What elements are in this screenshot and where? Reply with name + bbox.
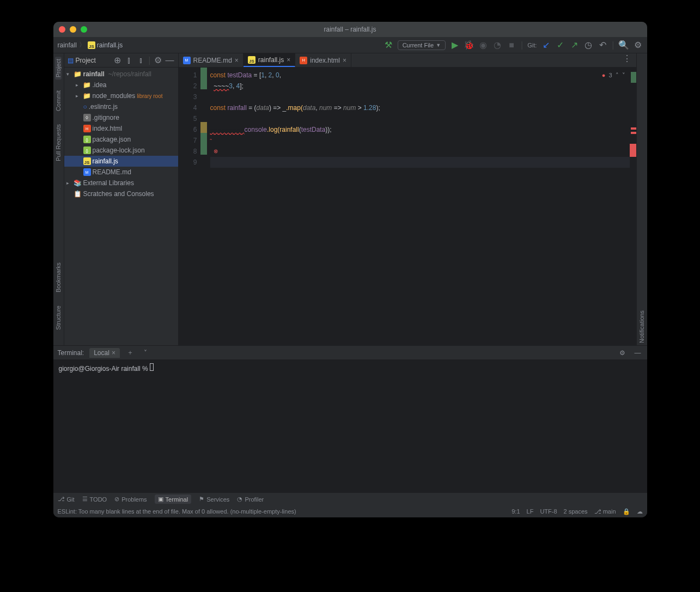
tree-package-lock[interactable]: {}package-lock.json (64, 145, 178, 156)
run-button[interactable]: ▶ (450, 40, 460, 50)
close-icon[interactable]: × (287, 56, 290, 64)
tree-ext-libs[interactable]: ▸📚External Libraries (64, 178, 178, 188)
project-sidebar: ▤ Project ⊕ ⫿ ⫾ | ⚙ — ▾📁 rainfall ~/repo… (64, 53, 179, 345)
js-file-icon: JS (248, 56, 255, 64)
tree-root[interactable]: ▾📁 rainfall ~/repos/rainfall (64, 69, 178, 80)
rail-bookmarks[interactable]: Bookmarks (55, 260, 62, 295)
maximize-window-button[interactable] (81, 26, 87, 33)
titlebar: rainfall – rainfall.js (53, 22, 647, 37)
ide-window: rainfall – rainfall.js rainfall 〉 JS rai… (53, 22, 647, 517)
tool-problems[interactable]: ⊘ Problems (114, 496, 147, 503)
terminal-cursor (150, 363, 154, 371)
inspection-widget[interactable]: ● 3 ˄ ˅ (602, 70, 625, 81)
tab-rainfall[interactable]: JSrainfall.js× (244, 53, 295, 67)
breadcrumb-project[interactable]: rainfall (58, 41, 77, 49)
tool-todo[interactable]: ☰ TODO (82, 496, 107, 503)
terminal-header: Terminal: Local× ＋ ˅ ⚙ — (53, 346, 647, 360)
project-tree[interactable]: ▾📁 rainfall ~/repos/rainfall ▸📁.idea ▸📁n… (64, 68, 178, 345)
terminal-prompt: giorgio@Giorgios-Air rainfall % (59, 365, 150, 373)
expand-all-icon[interactable]: ⫿ (124, 56, 134, 65)
profile-button[interactable]: ◔ (492, 40, 502, 50)
bottom-tool-bar: ⎇ Git ☰ TODO ⊘ Problems ▣ Terminal ⚑ Ser… (53, 492, 647, 505)
sidebar-settings-icon[interactable]: ⚙ (153, 56, 163, 65)
editor-tabs: MREADME.md× JSrainfall.js× Hindex.html× … (179, 53, 636, 68)
terminal-panel: Terminal: Local× ＋ ˅ ⚙ — giorgio@Giorgio… (53, 345, 647, 492)
rail-project[interactable]: Project (55, 57, 62, 80)
tree-scratches[interactable]: 📋Scratches and Consoles (64, 188, 178, 199)
status-branch[interactable]: ⎇ main (594, 508, 616, 515)
tree-node-modules[interactable]: ▸📁node_modules library root (64, 90, 178, 101)
run-config-selector[interactable]: Current File ▼ (398, 40, 446, 50)
undo-icon[interactable]: ↶ (598, 40, 607, 50)
search-icon[interactable]: 🔍 (619, 40, 629, 50)
tool-profiler[interactable]: ◔ Profiler (237, 496, 264, 503)
tree-idea[interactable]: ▸📁.idea (64, 80, 178, 90)
status-encoding[interactable]: UTF-8 (540, 508, 557, 515)
tab-readme[interactable]: MREADME.md× (179, 53, 244, 67)
select-opened-file-icon[interactable]: ⊕ (112, 56, 122, 65)
terminal-body[interactable]: giorgio@Giorgios-Air rainfall % (53, 360, 647, 492)
vcs-gutter (200, 68, 207, 345)
rail-commit[interactable]: Commit (55, 88, 62, 113)
sidebar-hide-icon[interactable]: — (165, 56, 175, 65)
status-line-ending[interactable]: LF (527, 508, 534, 515)
git-push-icon[interactable]: ↗ (569, 40, 579, 50)
status-lock-icon[interactable]: 🔒 (623, 508, 630, 515)
tab-index[interactable]: Hindex.html× (295, 53, 351, 67)
tree-eslintrc[interactable]: ○.eslintrc.js (64, 101, 178, 112)
error-marker-icon[interactable]: ⊗ (214, 146, 218, 157)
terminal-label: Terminal: (58, 349, 84, 357)
tool-git[interactable]: ⎇ Git (58, 496, 75, 503)
breadcrumbs[interactable]: rainfall 〉 JS rainfall.js (58, 40, 123, 50)
line-gutter[interactable]: 123456789 (179, 68, 200, 345)
tree-package-json[interactable]: {}package.json (64, 134, 178, 145)
git-label: Git: (527, 42, 537, 48)
rail-notifications[interactable]: Notifications (638, 57, 645, 345)
close-icon[interactable]: × (235, 57, 239, 64)
right-tool-rail: Notifications (636, 53, 647, 345)
terminal-settings-icon[interactable]: ⚙ (618, 348, 628, 358)
terminal-hide-icon[interactable]: — (633, 348, 643, 358)
code-content[interactable]: ● 3 ˄ ˅ const testData = [1, 2, 0, ~~~~3… (207, 68, 630, 345)
terminal-add-icon[interactable]: ＋ (125, 348, 135, 358)
error-icon: ● (602, 70, 606, 81)
rail-structure[interactable]: Structure (55, 303, 62, 332)
git-pull-icon[interactable]: ↙ (541, 40, 551, 50)
prev-error-icon[interactable]: ˄ (616, 70, 619, 81)
code-editor[interactable]: 123456789 ● 3 ˄ ˅ const testData = [1, 2… (179, 68, 636, 345)
error-stripe[interactable] (630, 68, 636, 345)
sidebar-title: ▤ Project (68, 57, 96, 64)
traffic-lights (59, 26, 87, 33)
tab-actions-icon[interactable]: ⋮ (622, 53, 632, 63)
collapse-all-icon[interactable]: ⫾ (136, 56, 146, 65)
minimize-window-button[interactable] (70, 26, 76, 33)
terminal-tab-local[interactable]: Local× (89, 348, 120, 358)
tool-services[interactable]: ⚑ Services (199, 496, 229, 503)
left-tool-rail: Project Commit Pull Requests Bookmarks S… (53, 53, 64, 345)
debug-button[interactable]: 🐞 (464, 40, 474, 50)
tool-terminal[interactable]: ▣ Terminal (155, 495, 192, 504)
tree-gitignore[interactable]: ◊.gitignore (64, 112, 178, 123)
stop-button[interactable]: ■ (507, 40, 516, 50)
next-error-icon[interactable]: ˅ (622, 70, 625, 81)
settings-icon[interactable]: ⚙ (633, 40, 643, 50)
tree-rainfall-js[interactable]: JSrainfall.js (64, 156, 178, 167)
hammer-icon[interactable]: ⚒ (384, 40, 393, 50)
breadcrumb-file[interactable]: JS rainfall.js (88, 41, 123, 49)
status-sync-icon[interactable]: ☁ (637, 508, 643, 515)
status-caret-pos[interactable]: 9:1 (512, 508, 520, 515)
git-commit-icon[interactable]: ✓ (555, 40, 565, 50)
status-indent[interactable]: 2 spaces (564, 508, 588, 515)
tree-index-html[interactable]: Hindex.html (64, 123, 178, 134)
status-bar: ESLint: Too many blank lines at the end … (53, 505, 647, 517)
js-file-icon: JS (83, 157, 91, 165)
main-toolbar: rainfall 〉 JS rainfall.js ⚒ Current File… (53, 37, 647, 53)
close-window-button[interactable] (59, 26, 65, 33)
coverage-button[interactable]: ◉ (478, 40, 488, 50)
sidebar-header: ▤ Project ⊕ ⫿ ⫾ | ⚙ — (64, 53, 178, 68)
history-icon[interactable]: ◷ (583, 40, 593, 50)
terminal-dropdown-icon[interactable]: ˅ (141, 348, 150, 358)
rail-pull-requests[interactable]: Pull Requests (55, 122, 62, 163)
close-icon[interactable]: × (343, 57, 346, 64)
tree-readme[interactable]: MREADME.md (64, 167, 178, 178)
